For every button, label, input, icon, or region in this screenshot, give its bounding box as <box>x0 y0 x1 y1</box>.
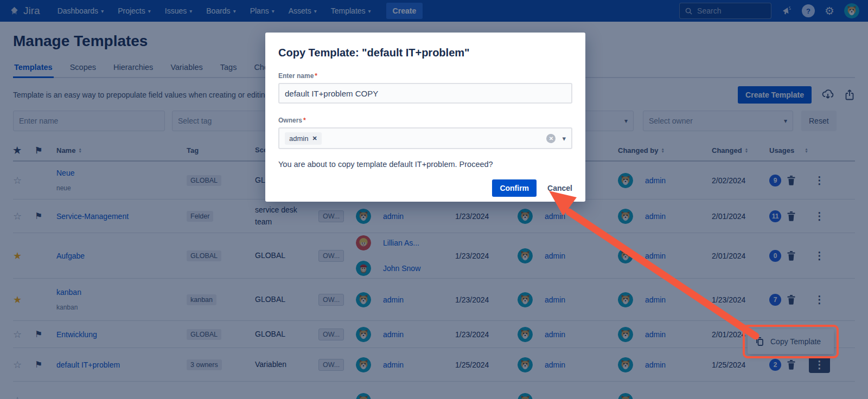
manage-templates-page: Jira Dashboards▾Projects▾Issues▾Boards▾P… <box>0 0 868 399</box>
confirm-button[interactable]: Confirm <box>492 179 537 197</box>
modal-title: Copy Template: "default IT+problem" <box>278 47 572 59</box>
remove-owner-icon[interactable]: ✕ <box>312 135 317 142</box>
proceed-text: You are about to copy template default I… <box>278 160 572 169</box>
name-field-label: Enter name* <box>278 72 572 80</box>
required-asterisk: * <box>303 117 306 124</box>
chevron-down-icon[interactable]: ▾ <box>562 134 566 143</box>
template-name-field[interactable] <box>278 83 572 104</box>
required-asterisk: * <box>315 72 317 80</box>
copy-template-modal: Copy Template: "default IT+problem" Ente… <box>265 33 585 202</box>
clear-select-icon[interactable]: ✕ <box>546 134 556 143</box>
cancel-button[interactable]: Cancel <box>547 184 572 192</box>
owners-select[interactable]: admin✕ ✕ ▾ <box>278 127 572 149</box>
owner-chip: admin✕ <box>285 132 322 145</box>
owners-field-label: Owners* <box>278 117 572 124</box>
modal-buttons: Confirm Cancel <box>278 179 572 197</box>
